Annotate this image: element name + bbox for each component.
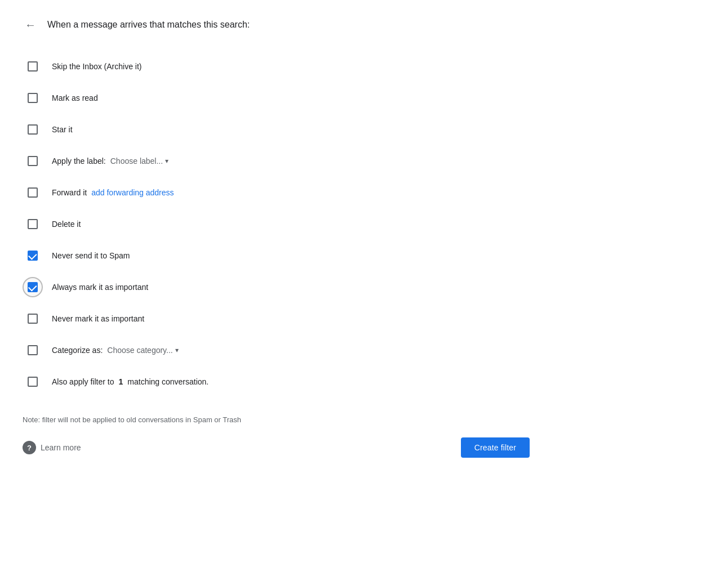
never-important-checkbox[interactable] xyxy=(28,314,38,324)
apply-label-dropdown[interactable]: Choose label... ▾ xyxy=(110,157,168,166)
also-apply-label: Also apply filter to 1 matching conversa… xyxy=(52,377,208,386)
skip-inbox-checkbox-wrapper xyxy=(23,56,43,77)
apply-label-checkbox[interactable] xyxy=(28,156,38,166)
star-it-label: Star it xyxy=(52,125,73,134)
page-title: When a message arrives that matches this… xyxy=(47,20,250,30)
also-apply-checkbox-wrapper xyxy=(23,372,43,392)
always-important-checkbox-wrapper xyxy=(23,277,43,297)
mark-as-read-checkbox-wrapper xyxy=(23,88,43,108)
mark-as-read-label: Mark as read xyxy=(52,93,98,102)
also-apply-checkbox[interactable] xyxy=(28,377,38,387)
delete-it-label: Delete it xyxy=(52,220,81,229)
categorize-as-label: Categorize as: Choose category... ▾ xyxy=(52,346,179,355)
never-spam-label: Never send it to Spam xyxy=(52,251,130,260)
filter-options-container: ← When a message arrives that matches th… xyxy=(23,17,530,458)
option-never-spam: Never send it to Spam xyxy=(23,240,530,271)
create-filter-button[interactable]: Create filter xyxy=(461,437,530,458)
help-icon[interactable]: ? xyxy=(23,441,36,454)
learn-more-row: ? Learn more xyxy=(23,441,81,454)
back-button[interactable]: ← xyxy=(23,17,38,33)
skip-inbox-label: Skip the Inbox (Archive it) xyxy=(52,62,142,71)
categorize-as-dropdown[interactable]: Choose category... ▾ xyxy=(107,346,178,355)
option-delete-it: Delete it xyxy=(23,208,530,240)
add-forwarding-address-link[interactable]: add forwarding address xyxy=(91,188,174,197)
never-important-label: Never mark it as important xyxy=(52,314,144,323)
option-forward-it: Forward it add forwarding address xyxy=(23,177,530,208)
option-also-apply: Also apply filter to 1 matching conversa… xyxy=(23,366,530,397)
options-list: Skip the Inbox (Archive it) Mark as read… xyxy=(23,51,530,397)
forward-it-label: Forward it add forwarding address xyxy=(52,188,174,197)
never-spam-checkbox[interactable] xyxy=(28,251,38,261)
star-it-checkbox-wrapper xyxy=(23,119,43,140)
forward-it-checkbox-wrapper xyxy=(23,182,43,203)
delete-it-checkbox[interactable] xyxy=(28,219,38,229)
option-never-important: Never mark it as important xyxy=(23,303,530,334)
categorize-as-dropdown-arrow: ▾ xyxy=(175,346,179,354)
note-text: Note: filter will not be applied to old … xyxy=(23,415,530,424)
always-important-label: Always mark it as important xyxy=(52,283,148,292)
option-categorize-as: Categorize as: Choose category... ▾ xyxy=(23,334,530,366)
option-apply-label: Apply the label: Choose label... ▾ xyxy=(23,145,530,177)
star-it-checkbox[interactable] xyxy=(28,124,38,135)
apply-label-checkbox-wrapper xyxy=(23,151,43,171)
skip-inbox-checkbox[interactable] xyxy=(28,61,38,72)
option-mark-as-read: Mark as read xyxy=(23,82,530,114)
delete-it-checkbox-wrapper xyxy=(23,214,43,234)
header-row: ← When a message arrives that matches th… xyxy=(23,17,530,33)
learn-more-link[interactable]: Learn more xyxy=(41,443,81,452)
never-important-checkbox-wrapper xyxy=(23,309,43,329)
never-spam-checkbox-wrapper xyxy=(23,245,43,266)
option-star-it: Star it xyxy=(23,114,530,145)
always-important-checkbox[interactable] xyxy=(28,282,38,292)
note-section: Note: filter will not be applied to old … xyxy=(23,411,530,424)
apply-label-dropdown-arrow: ▾ xyxy=(165,157,168,165)
forward-it-checkbox[interactable] xyxy=(28,187,38,198)
option-skip-inbox: Skip the Inbox (Archive it) xyxy=(23,51,530,82)
categorize-as-checkbox-wrapper xyxy=(23,340,43,360)
mark-as-read-checkbox[interactable] xyxy=(28,93,38,103)
option-always-important: Always mark it as important xyxy=(23,271,530,303)
apply-label-label: Apply the label: Choose label... ▾ xyxy=(52,157,168,166)
categorize-as-checkbox[interactable] xyxy=(28,345,38,355)
footer-row: ? Learn more Create filter xyxy=(23,437,530,458)
